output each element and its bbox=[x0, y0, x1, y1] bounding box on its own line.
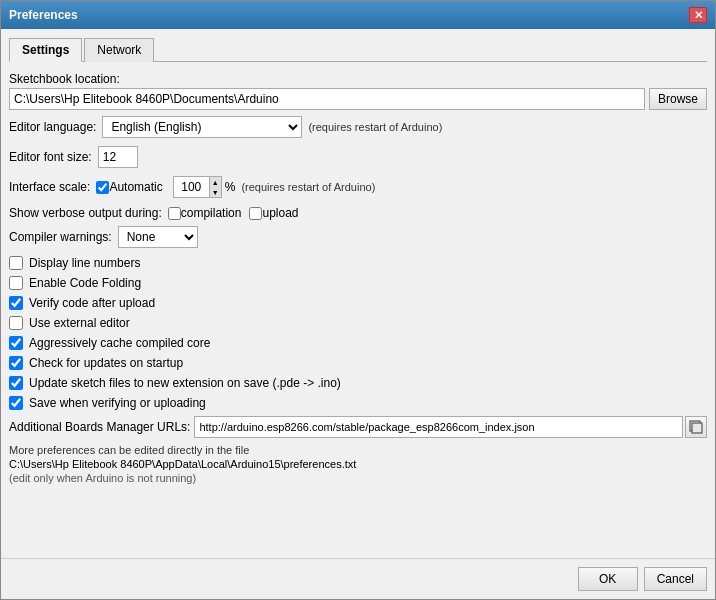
check-for-updates-checkbox[interactable] bbox=[9, 356, 23, 370]
additional-boards-input[interactable] bbox=[194, 416, 683, 438]
editor-font-size-input[interactable] bbox=[98, 146, 138, 168]
more-prefs-text: More preferences can be edited directly … bbox=[9, 444, 707, 456]
tab-bar: Settings Network bbox=[9, 37, 707, 62]
spinner-down-button[interactable]: ▼ bbox=[209, 187, 221, 197]
spinner-up-button[interactable]: ▲ bbox=[209, 177, 221, 187]
verify-code-after-upload-label: Verify code after upload bbox=[29, 296, 155, 310]
interface-scale-automatic-checkbox[interactable] bbox=[96, 181, 109, 194]
check-for-updates-label: Check for updates on startup bbox=[29, 356, 183, 370]
interface-scale-value[interactable] bbox=[174, 177, 209, 197]
verbose-compilation-checkbox[interactable] bbox=[168, 207, 181, 220]
tab-settings[interactable]: Settings bbox=[9, 38, 82, 62]
display-line-numbers-label: Display line numbers bbox=[29, 256, 140, 270]
verbose-compilation-label: compilation bbox=[181, 206, 242, 220]
compiler-warnings-label: Compiler warnings: bbox=[9, 230, 112, 244]
enable-code-folding-checkbox[interactable] bbox=[9, 276, 23, 290]
editor-language-label: Editor language: bbox=[9, 120, 96, 134]
verify-code-after-upload-checkbox[interactable] bbox=[9, 296, 23, 310]
info-section: More preferences can be edited directly … bbox=[9, 444, 707, 484]
preferences-window: Preferences ✕ Settings Network Sketchboo… bbox=[0, 0, 716, 600]
bottom-bar: OK Cancel bbox=[1, 558, 715, 599]
checkbox-row-update-sketch-files: Update sketch files to new extension on … bbox=[9, 376, 707, 390]
interface-scale-automatic-label: Automatic bbox=[109, 180, 162, 194]
aggressively-cache-label: Aggressively cache compiled core bbox=[29, 336, 210, 350]
additional-boards-row: Additional Boards Manager URLs: bbox=[9, 416, 707, 438]
checkbox-row-verify-code-after-upload: Verify code after upload bbox=[9, 296, 707, 310]
editor-font-size-row: Editor font size: bbox=[9, 146, 707, 168]
tab-network[interactable]: Network bbox=[84, 38, 154, 62]
ok-button[interactable]: OK bbox=[578, 567, 638, 591]
edit-note: (edit only when Arduino is not running) bbox=[9, 472, 707, 484]
additional-boards-label: Additional Boards Manager URLs: bbox=[9, 420, 190, 434]
interface-scale-row: Interface scale: Automatic ▲ ▼ % (requir… bbox=[9, 176, 707, 198]
cancel-button[interactable]: Cancel bbox=[644, 567, 707, 591]
spinner-buttons: ▲ ▼ bbox=[209, 177, 221, 197]
checkboxes-container: Display line numbersEnable Code FoldingV… bbox=[9, 256, 707, 410]
compiler-warnings-select[interactable]: None Default More All bbox=[118, 226, 198, 248]
interface-scale-note: (requires restart of Arduino) bbox=[241, 181, 375, 193]
editor-font-size-label: Editor font size: bbox=[9, 150, 92, 164]
editor-language-note: (requires restart of Arduino) bbox=[308, 121, 442, 133]
checkbox-row-use-external-editor: Use external editor bbox=[9, 316, 707, 330]
save-when-verifying-label: Save when verifying or uploading bbox=[29, 396, 206, 410]
checkbox-row-aggressively-cache: Aggressively cache compiled core bbox=[9, 336, 707, 350]
checkbox-row-enable-code-folding: Enable Code Folding bbox=[9, 276, 707, 290]
update-sketch-files-checkbox[interactable] bbox=[9, 376, 23, 390]
browse-button[interactable]: Browse bbox=[649, 88, 707, 110]
sketchbook-input[interactable] bbox=[9, 88, 645, 110]
update-sketch-files-label: Update sketch files to new extension on … bbox=[29, 376, 341, 390]
sketchbook-label: Sketchbook location: bbox=[9, 72, 707, 86]
verbose-upload-label: upload bbox=[262, 206, 298, 220]
verbose-output-label: Show verbose output during: bbox=[9, 206, 162, 220]
editor-language-select[interactable]: English (English) bbox=[102, 116, 302, 138]
use-external-editor-checkbox[interactable] bbox=[9, 316, 23, 330]
enable-code-folding-label: Enable Code Folding bbox=[29, 276, 141, 290]
save-when-verifying-checkbox[interactable] bbox=[9, 396, 23, 410]
percent-label: % bbox=[225, 180, 236, 194]
aggressively-cache-checkbox[interactable] bbox=[9, 336, 23, 350]
checkbox-row-check-for-updates: Check for updates on startup bbox=[9, 356, 707, 370]
checkbox-row-display-line-numbers: Display line numbers bbox=[9, 256, 707, 270]
title-bar: Preferences ✕ bbox=[1, 1, 715, 29]
prefs-path: C:\Users\Hp Elitebook 8460P\AppData\Loca… bbox=[9, 458, 707, 470]
verbose-upload-checkbox[interactable] bbox=[249, 207, 262, 220]
compiler-warnings-row: Compiler warnings: None Default More All bbox=[9, 226, 707, 248]
interface-scale-spinner: ▲ ▼ bbox=[173, 176, 222, 198]
additional-boards-icon-button[interactable] bbox=[685, 416, 707, 438]
settings-form: Sketchbook location: Browse Editor langu… bbox=[9, 72, 707, 550]
close-button[interactable]: ✕ bbox=[689, 7, 707, 23]
window-title: Preferences bbox=[9, 8, 78, 22]
editor-language-row: Editor language: English (English) (requ… bbox=[9, 116, 707, 138]
display-line-numbers-checkbox[interactable] bbox=[9, 256, 23, 270]
verbose-output-row: Show verbose output during: compilation … bbox=[9, 206, 707, 220]
use-external-editor-label: Use external editor bbox=[29, 316, 130, 330]
interface-scale-label: Interface scale: bbox=[9, 180, 90, 194]
content-area: Settings Network Sketchbook location: Br… bbox=[1, 29, 715, 558]
svg-rect-1 bbox=[692, 423, 702, 433]
checkbox-row-save-when-verifying: Save when verifying or uploading bbox=[9, 396, 707, 410]
